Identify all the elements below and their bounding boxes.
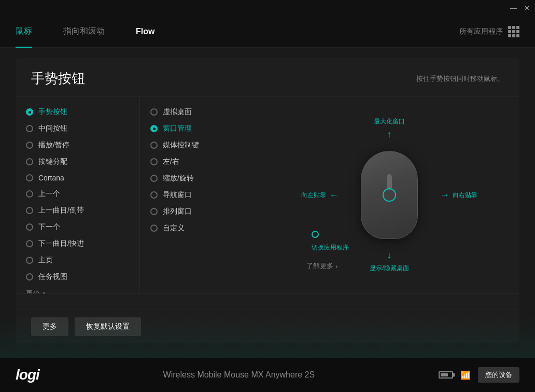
radio-nav [150,191,158,199]
radio-media [150,142,158,149]
titlebar: — ✕ [0,0,535,16]
action-bar: 更多 恢复默认设置 [16,310,519,343]
tab-pointing[interactable]: 指向和滚动 [63,16,105,48]
panel-header: 手势按钮 按住手势按钮同时移动鼠标。 [16,58,519,96]
bottom-left-direction-label: 切换应用程序 [312,231,349,252]
three-columns: 手势按钮 中间按钮 播放/暂停 按键分配 Cortana [16,96,519,293]
footer-right: 📶 您的设备 [439,367,519,383]
radio-gesture [26,108,33,116]
chevron-right-icon: › [335,262,337,270]
radio-next-track [26,240,33,247]
your-device-button[interactable]: 您的设备 [478,367,519,383]
panel-title: 手势按钮 [31,69,85,88]
top-direction-label: 最大化窗口 ↑ [374,117,405,140]
battery-fill [441,373,448,376]
left-item-taskview[interactable]: 任务视图 [16,269,139,285]
mid-column: 虚拟桌面 窗口管理 媒体控制键 左/右 缩放/旋转 [140,96,259,293]
mid-item-virtual[interactable]: 虚拟桌面 [140,104,259,120]
left-item-play[interactable]: 播放/暂停 [16,137,139,153]
footer-device-name: Wireless Mobile Mouse MX Anywhere 2S [39,370,439,380]
left-item-gesture[interactable]: 手势按钮 [16,104,139,120]
learn-more-link[interactable]: 了解更多 › [306,261,337,271]
mid-item-nav[interactable]: 导航窗口 [140,187,259,203]
radio-window [150,125,158,132]
radio-custom [150,225,158,232]
left-item-prev-track[interactable]: 上一曲目/倒带 [16,202,139,219]
radio-taskview [26,273,33,281]
apps-label: 所有应用程序 [459,27,503,36]
tab-flow[interactable]: Flow [136,16,154,48]
radio-cortana [26,174,33,181]
left-arrow-icon: ← [329,190,339,201]
radio-prev [26,190,33,198]
battery-icon [439,371,453,379]
mid-item-tile[interactable]: 排列窗口 [140,203,259,220]
radio-home [26,257,33,264]
main: 手势按钮 按住手势按钮同时移动鼠标。 手势按钮 中间按钮 播放/暂停 [0,58,535,343]
right-direction-label: → 向右贴靠 [440,190,477,201]
reset-button[interactable]: 恢复默认设置 [75,317,141,336]
radio-prev-track [26,207,33,214]
left-item-keymap[interactable]: 按键分配 [16,153,139,170]
mid-item-leftright[interactable]: 左/右 [140,153,259,170]
content-panel: 手势按钮 按住手势按钮同时移动鼠标。 手势按钮 中间按钮 播放/暂停 [16,58,519,343]
down-arrow-icon: ↓ [387,250,392,261]
mid-item-window[interactable]: 窗口管理 [140,120,259,137]
left-item-home[interactable]: 主页 [16,252,139,269]
left-direction-label: ← 向左贴靠 [301,190,339,201]
radio-play [26,142,33,149]
left-item-prev[interactable]: 上一个 [16,186,139,202]
more-button[interactable]: 更多 [31,317,68,336]
center-ring [383,188,396,202]
left-item-next-track[interactable]: 下一曲目/快进 [16,235,139,252]
close-button[interactable]: ✕ [524,4,530,12]
grid-icon [508,26,519,37]
bluetooth-icon: 📶 [460,370,471,380]
radio-tile [150,208,158,215]
bottom-direction-label: ↓ 显示/隐藏桌面 [370,250,409,273]
radio-keymap [26,158,33,165]
tab-mouse[interactable]: 鼠标 [16,16,32,48]
radio-next [26,223,33,231]
mid-item-media[interactable]: 媒体控制键 [140,137,259,153]
minimize-button[interactable]: — [510,4,517,12]
right-arrow-icon: → [440,190,449,201]
bottom-left-circle [312,231,319,238]
left-item-cortana[interactable]: Cortana [16,170,139,186]
show-less-button[interactable]: 更少 ∧ [16,285,139,293]
scroll-wheel [387,174,392,190]
radio-middle [26,125,33,132]
mouse-diagram: 最大化窗口 ↑ ↓ 显示/隐藏桌面 ← 向左贴靠 → [296,112,483,278]
radio-zoom [150,175,158,182]
left-item-middle[interactable]: 中间按钮 [16,120,139,137]
mid-item-zoom[interactable]: 缩放/旋转 [140,170,259,187]
radio-virtual [150,108,158,116]
left-item-next[interactable]: 下一个 [16,219,139,235]
footer: logi Wireless Mobile Mouse MX Anywhere 2… [0,358,535,392]
left-column: 手势按钮 中间按钮 播放/暂停 按键分配 Cortana [16,96,140,293]
up-arrow-icon: ↑ [387,129,392,140]
logi-logo: logi [16,367,39,383]
radio-leftright [150,158,158,165]
mid-item-custom[interactable]: 自定义 [140,220,259,236]
apps-menu[interactable]: 所有应用程序 [459,26,519,37]
navbar: 鼠标 指向和滚动 Flow 所有应用程序 [0,16,535,48]
panel-hint: 按住手势按钮同时移动鼠标。 [416,74,504,83]
mouse-body [361,151,418,239]
right-column: 最大化窗口 ↑ ↓ 显示/隐藏桌面 ← 向左贴靠 → [259,96,519,293]
